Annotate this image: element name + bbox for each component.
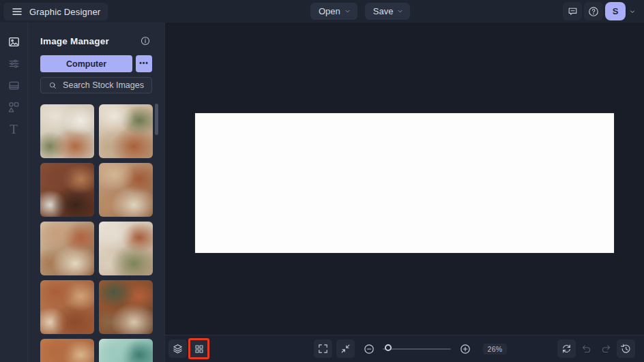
layers-button[interactable] [169,340,187,358]
zoom-out-button[interactable] [360,340,378,358]
stock-image-thumbnail[interactable] [40,339,94,362]
topbar: Graphic Designer Open Save [0,0,644,22]
feedback-button[interactable] [563,2,582,20]
info-icon [140,35,151,46]
hamburger-icon [11,5,23,18]
stock-image-thumbnail[interactable] [40,280,94,334]
zoom-level-value[interactable]: 26% [483,344,507,355]
chevron-down-icon [344,7,351,15]
grid-icon [194,344,205,355]
stock-image-thumbnail[interactable] [99,280,153,334]
layers-icon [172,343,184,355]
view-mode-group [169,340,208,358]
panel-title: Image Manager [40,36,109,46]
sidebar-item-shapes[interactable] [0,96,28,118]
grid-view-button[interactable] [190,340,208,358]
minus-circle-icon [363,343,375,355]
chevron-down-icon [396,7,404,15]
image-icon [8,35,20,48]
tool-sidebar: T [0,22,28,362]
main-menu-button[interactable]: Graphic Designer [3,3,108,20]
undo-button[interactable] [577,340,596,358]
sidebar-item-frames[interactable] [0,74,28,96]
sidebar-item-images[interactable] [0,31,28,52]
shapes-icon [7,100,20,114]
refresh-button[interactable] [557,340,576,358]
sliders-icon [8,57,20,70]
stock-image-thumbnail[interactable] [99,163,153,217]
undo-icon [581,343,592,355]
history-group [557,340,635,358]
refresh-icon [561,343,572,355]
chevron-down-icon [629,8,636,15]
stage: 26% [165,22,644,362]
history-button[interactable] [617,340,635,358]
fullscreen-icon [317,343,329,355]
open-button[interactable]: Open [310,3,357,20]
account-menu-button[interactable] [628,2,637,20]
comment-icon [567,5,579,17]
zoom-slider-handle[interactable] [385,344,392,351]
stock-image-thumbnail[interactable] [40,163,94,217]
topbar-right: S [563,2,637,20]
zoom-slider[interactable] [383,348,451,350]
plus-circle-icon [459,343,471,355]
stock-image-thumbnail[interactable] [40,104,94,158]
redo-icon [600,343,612,355]
sidebar-item-text[interactable]: T [0,118,28,140]
save-button[interactable]: Save [365,3,411,20]
stock-image-thumbnail[interactable] [99,104,153,158]
canvas-artboard[interactable] [195,113,614,253]
frame-icon [8,79,20,92]
help-button[interactable] [584,2,603,20]
computer-upload-button[interactable]: Computer [40,55,132,72]
zoom-group: 26% [314,340,507,358]
history-icon [620,343,632,355]
thumbnail-grid [40,104,152,362]
sidebar-item-filters[interactable] [0,52,28,74]
avatar[interactable]: S [605,2,626,20]
fit-to-screen-button[interactable] [336,340,355,358]
stock-image-search[interactable]: Search Stock Images [40,77,152,93]
panel-info-button[interactable] [140,35,151,46]
panel-scrollbar[interactable] [155,104,158,135]
text-icon: T [10,123,18,136]
help-icon [587,5,600,18]
stock-image-thumbnail[interactable] [40,222,94,275]
file-actions: Open Save [310,3,410,20]
search-placeholder: Search Stock Images [63,80,144,90]
bottom-toolbar: 26% [165,335,644,362]
stock-image-thumbnail[interactable] [99,222,153,275]
stock-image-thumbnail[interactable] [99,339,153,362]
redo-button[interactable] [597,340,615,358]
fullscreen-button[interactable] [314,340,332,358]
graphic-designer-app: Graphic Designer Open Save [0,0,644,362]
more-options-button[interactable]: ••• [136,55,152,72]
search-icon [48,81,57,90]
image-manager-panel: Image Manager Computer ••• Search Stock … [28,22,165,362]
app-title: Graphic Designer [29,7,100,17]
zoom-in-button[interactable] [456,340,474,358]
fit-screen-icon [340,343,351,355]
